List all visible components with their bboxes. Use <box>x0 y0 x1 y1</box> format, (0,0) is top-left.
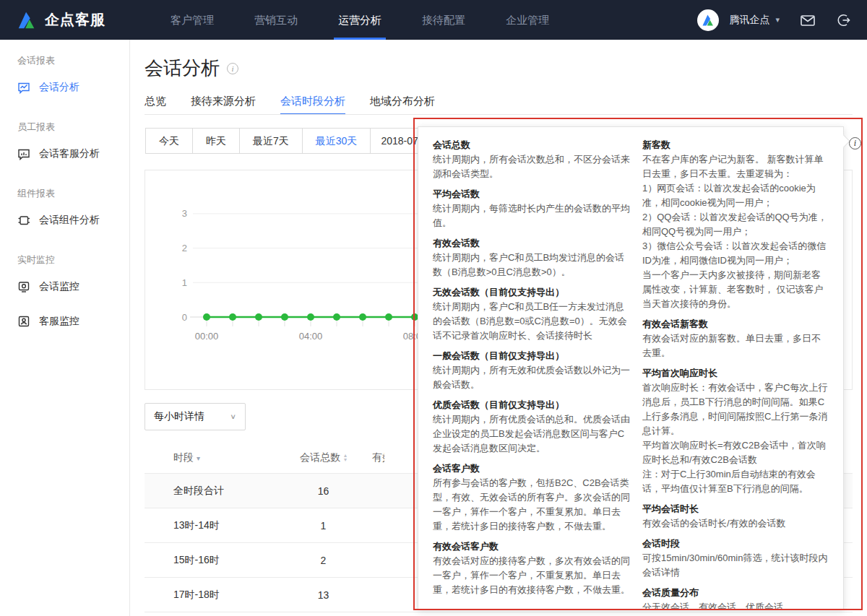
sidebar-item-label: 会话组件分析 <box>39 214 100 227</box>
sidebar-section-title: 实时监控 <box>0 253 129 266</box>
sidebar-item-agent-session-analysis[interactable]: 会话客服分析 <box>0 139 129 168</box>
filter-today[interactable]: 今天 <box>145 128 193 154</box>
nav-item-customer[interactable]: 客户管理 <box>158 0 227 40</box>
sidebar-item-session-analysis[interactable]: 会话分析 <box>0 73 129 102</box>
col-header-total[interactable]: 会话总数▴▾ <box>275 451 372 464</box>
tab-session-period[interactable]: 会话时段分析 <box>280 92 345 115</box>
tooltip-left-column: 会话总数统计周期内，所有会话次数总和，不区分会话来源和会话类型。 平均会话数统计… <box>433 138 632 602</box>
sidebar-item-agent-monitor[interactable]: 客服监控 <box>0 307 129 336</box>
tip-desc: 统计周期内，每筛选时长内产生的会话数的平均值。 <box>433 201 632 230</box>
nav-item-analysis[interactable]: 运营分析 <box>325 0 394 40</box>
tip-term: 有效会话新客数 <box>642 317 829 331</box>
sidebar-item-label: 会话分析 <box>39 81 79 94</box>
svg-text:04:00: 04:00 <box>299 331 323 342</box>
sidebar-section-title: 员工报表 <box>0 121 129 134</box>
nav-item-enterprise[interactable]: 企业管理 <box>493 0 562 40</box>
svg-text:0: 0 <box>182 312 187 323</box>
tip-term: 一般会话数（目前仅支持导出） <box>433 349 632 363</box>
svg-text:2: 2 <box>182 243 187 253</box>
agent-icon <box>17 315 30 328</box>
tip-desc: 统计周期内，客户C和员工B均发过消息的会话数（B消息数>0且C消息数>0）。 <box>433 251 632 279</box>
tip-term: 新客数 <box>642 138 829 152</box>
page-head: 会话分析 i <box>144 56 238 81</box>
tip-term: 会话时段 <box>642 537 829 551</box>
cell-period: 全时段合计 <box>144 485 275 498</box>
tab-reception-source[interactable]: 接待来源分析 <box>191 92 256 115</box>
filter-yesterday[interactable]: 昨天 <box>193 128 240 154</box>
sidebar-item-component-analysis[interactable]: 会话组件分析 <box>0 206 129 235</box>
nav-item-reception[interactable]: 接待配置 <box>409 0 478 40</box>
tabs-divider <box>144 114 853 115</box>
sidebar-section-realtime-monitor: 实时监控 会话监控 客服监控 <box>0 253 129 336</box>
glossary-info-trigger[interactable]: i <box>849 136 861 149</box>
cell-total: 1 <box>275 520 372 532</box>
analysis-tabs: 总览 接待来源分析 会话时段分析 地域分布分析 <box>144 92 435 115</box>
sidebar-item-session-monitor[interactable]: 会话监控 <box>0 272 129 301</box>
sidebar-item-label: 客服监控 <box>39 315 79 328</box>
sort-both-icon[interactable]: ▴▾ <box>344 454 347 462</box>
sidebar-section-session-reports: 会话报表 会话分析 <box>0 54 129 102</box>
user-name[interactable]: 腾讯企点 <box>729 14 769 27</box>
cell-period: 13时-14时 <box>144 519 275 532</box>
tip-desc: 有效会话对应的新客数。单日去重，多日不去重。 <box>642 331 829 360</box>
tip-desc: 统计周期内，所有会话次数总和，不区分会话来源和会话类型。 <box>433 152 632 181</box>
sidebar-item-label: 会话监控 <box>39 280 79 293</box>
logout-icon[interactable] <box>836 13 851 27</box>
user-menu-caret-icon[interactable]: ▾ <box>775 15 780 25</box>
tip-term: 有效会话客户数 <box>433 539 632 554</box>
granularity-dropdown-value: 每小时详情 <box>154 410 204 423</box>
qidian-logo-icon <box>16 9 38 31</box>
app-root: 企点客服 客户管理 营销互动 运营分析 接待配置 企业管理 腾讯企点 ▾ <box>0 0 867 616</box>
svg-text:1: 1 <box>182 277 187 288</box>
metric-glossary-tooltip: 会话总数统计周期内，所有会话次数总和，不区分会话来源和会话类型。 平均会话数统计… <box>418 126 844 610</box>
tip-desc: 首次响应时长：有效会话中，客户C每次上行消息后，员工B下行消息的时间间隔。如果C… <box>642 381 829 496</box>
chat-trend-icon <box>17 81 30 94</box>
svg-text:3: 3 <box>182 208 187 219</box>
tip-desc: 统计周期内，客户C和员工B任一方未发过消息的会话数（B消息数=0或C消息数=0）… <box>433 300 632 343</box>
cell-total: 13 <box>275 589 372 601</box>
top-navbar: 企点客服 客户管理 营销互动 运营分析 接待配置 企业管理 腾讯企点 ▾ <box>0 0 867 40</box>
col-header-period[interactable]: 时段▾ <box>144 451 275 464</box>
brand[interactable]: 企点客服 <box>0 9 105 31</box>
tip-desc: 不在客户库的客户记为新客。 新客数计算单日去重，多日不去重。去重逻辑为： 1）网… <box>642 152 829 311</box>
tip-desc: 所有参与会话的客户数，包括B2C、C2B会话类型，有效、无效会话的所有客户。多次… <box>433 476 632 534</box>
primary-nav: 客户管理 营销互动 运营分析 接待配置 企业管理 <box>150 0 569 40</box>
cell-period: 17时-18时 <box>144 589 275 602</box>
svg-text:00:00: 00:00 <box>195 331 219 342</box>
tip-term: 优质会话数（目前仅支持导出） <box>433 398 632 412</box>
page-title-info-icon[interactable]: i <box>227 63 238 74</box>
sidebar: 会话报表 会话分析 员工报表 会话客服分析 <box>0 40 130 616</box>
granularity-dropdown[interactable]: 每小时详情 ∨ <box>144 403 246 430</box>
info-icon: i <box>849 137 861 149</box>
tip-desc: 有效会话对应的接待客户数，多次有效会话的同一客户，算作一个客户，不重复累加。单日… <box>433 554 632 597</box>
page-title: 会话分析 <box>144 56 220 81</box>
filter-last30days[interactable]: 最近30天 <box>303 128 371 154</box>
nav-item-marketing[interactable]: 营销互动 <box>241 0 311 40</box>
sort-caret-down-icon[interactable]: ▾ <box>197 454 200 462</box>
tip-term: 会话客户数 <box>433 461 632 476</box>
chevron-down-icon: ∨ <box>230 412 236 420</box>
avatar-logo-icon <box>701 13 715 27</box>
sidebar-section-staff-reports: 员工报表 会话客服分析 <box>0 121 129 168</box>
tip-desc: 统计周期内，所有优质会话的总和。优质会话由企业设定的员工B发起会话消息数区间与客… <box>433 412 632 456</box>
sidebar-section-title: 组件报表 <box>0 187 129 200</box>
tip-desc: 统计周期内，所有无效和优质会话数以外记为一般会话数。 <box>433 363 632 392</box>
tab-overview[interactable]: 总览 <box>144 92 166 115</box>
tip-term: 平均会话时长 <box>642 502 829 516</box>
brand-name: 企点客服 <box>45 10 105 30</box>
tip-term: 平均会话数 <box>433 187 632 201</box>
user-avatar[interactable] <box>697 9 719 31</box>
tip-term: 无效会话数（目前仅支持导出） <box>433 285 632 300</box>
mail-icon[interactable] <box>800 13 816 27</box>
cell-total: 2 <box>275 555 372 566</box>
navbar-right: 腾讯企点 ▾ <box>697 0 851 40</box>
sidebar-item-label: 会话客服分析 <box>39 147 100 160</box>
cell-period: 15时-16时 <box>144 554 275 567</box>
sidebar-section-component-reports: 组件报表 会话组件分析 <box>0 187 129 235</box>
tab-region-distribution[interactable]: 地域分布分析 <box>370 92 435 115</box>
table-next-row-sliver <box>144 612 853 616</box>
monitor-icon <box>17 280 30 293</box>
cell-total: 16 <box>275 485 372 497</box>
filter-last7days[interactable]: 最近7天 <box>240 128 303 154</box>
tip-term: 平均首次响应时长 <box>642 366 829 381</box>
